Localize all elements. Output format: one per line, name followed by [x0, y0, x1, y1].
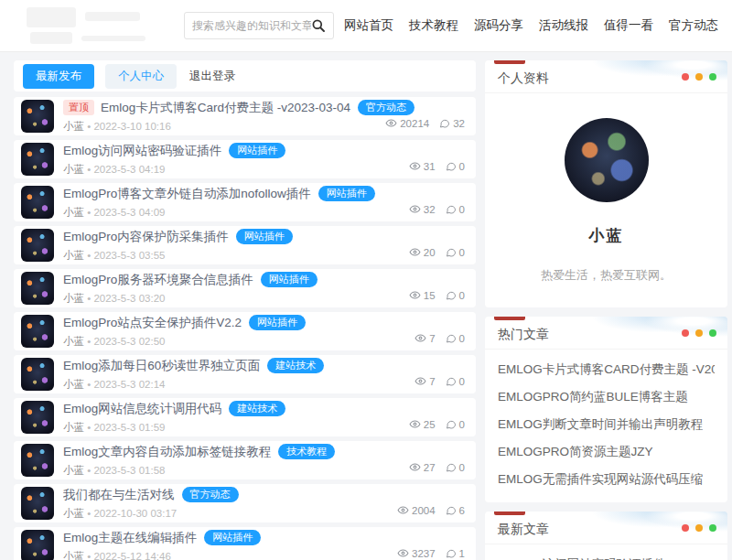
- profile-card-header: 个人资料: [485, 60, 727, 93]
- article-title[interactable]: EmlogPro站点安全保护插件V2.2: [63, 315, 242, 331]
- article-author[interactable]: 小蓝: [63, 293, 84, 304]
- comments-count: 6: [446, 505, 465, 516]
- latest-articles-title: 最新文章: [498, 522, 549, 536]
- nav-item[interactable]: 源码分享: [474, 17, 523, 34]
- article-title[interactable]: Emlog添加每日60秒读世界独立页面: [63, 358, 260, 374]
- article-card[interactable]: Emlog主题在线编辑插件 网站插件 小蓝 • 2022-5-12 14:46: [14, 527, 476, 560]
- article-author[interactable]: 小蓝: [63, 379, 84, 390]
- article-author[interactable]: 小蓝: [63, 336, 84, 347]
- hot-article-link[interactable]: EMLOG判断文章时间并输出声明教程: [498, 411, 715, 438]
- article-author[interactable]: 小蓝: [63, 164, 84, 175]
- article-author[interactable]: 小蓝: [63, 121, 84, 132]
- category-badge[interactable]: 网站插件: [229, 143, 285, 158]
- article-counts: 25 0: [409, 418, 465, 430]
- comments-count: 0: [446, 161, 465, 172]
- category-badge[interactable]: 网站插件: [318, 186, 375, 201]
- article-title[interactable]: EmlogPro服务器环境聚合信息插件: [63, 272, 253, 288]
- views-count: 32: [409, 203, 436, 215]
- article-author[interactable]: 小蓝: [63, 422, 84, 433]
- article-card[interactable]: EmlogPro服务器环境聚合信息插件 网站插件 小蓝 • 2023-5-3 0…: [14, 269, 476, 307]
- comments-count: 0: [446, 204, 465, 215]
- hot-article-link[interactable]: EMLOG无需插件实现网站源代码压缩: [498, 466, 715, 493]
- article-card[interactable]: EmlogPro博客文章外链自动添加nofollow插件 网站插件 小蓝 • 2…: [14, 183, 476, 221]
- category-badge[interactable]: 网站插件: [249, 315, 306, 330]
- nav-item[interactable]: 网站首页: [344, 17, 393, 34]
- article-title[interactable]: 我们都在与生活对线: [63, 487, 175, 503]
- tab-profile[interactable]: 个人中心: [105, 64, 177, 89]
- article-title[interactable]: Emlog访问网站密码验证插件: [63, 143, 221, 159]
- article-counts: 7 0: [414, 332, 465, 344]
- article-author[interactable]: 小蓝: [63, 465, 84, 476]
- article-meta: 小蓝 • 2023-5-3 04:19: [63, 163, 465, 177]
- eye-icon: [397, 547, 409, 559]
- nav-item[interactable]: 官方动态: [669, 17, 718, 34]
- article-title[interactable]: EmlogPro博客文章外链自动添加nofollow插件: [63, 186, 311, 202]
- article-date: 2022-5-12 14:46: [93, 551, 170, 560]
- category-badge[interactable]: 网站插件: [236, 229, 293, 244]
- search-icon[interactable]: [311, 18, 326, 33]
- category-badge[interactable]: 技术教程: [278, 444, 335, 459]
- article-title-row: 置顶 Emlog卡片式博客Card付费主题 -v2023-03-04 官方动态: [63, 100, 465, 116]
- top-header: 网站首页技术教程源码分享活动线报值得一看官方动态: [0, 0, 732, 52]
- category-badge[interactable]: 官方动态: [358, 100, 414, 115]
- article-title[interactable]: Emlog文章内容自动添加标签链接教程: [63, 444, 271, 460]
- article-author[interactable]: 小蓝: [63, 508, 84, 519]
- article-thumbnail: [21, 444, 54, 477]
- meta-separator: •: [87, 422, 91, 433]
- nav-item[interactable]: 技术教程: [409, 17, 458, 34]
- red-dot: [682, 329, 689, 337]
- article-title[interactable]: Emlog网站信息统计调用代码: [63, 401, 221, 417]
- article-counts: 32 0: [409, 203, 465, 215]
- category-badge[interactable]: 网站插件: [204, 530, 261, 545]
- article-thumbnail: [21, 530, 54, 560]
- comment-icon: [446, 505, 457, 516]
- profile-bio: 热爱生活，热爱互联网。: [494, 267, 718, 284]
- meta-separator: •: [87, 336, 91, 347]
- yellow-dot: [695, 524, 703, 532]
- article-card[interactable]: 我们都在与生活对线 官方动态 小蓝 • 2022-10-30 03:17: [14, 484, 476, 522]
- category-badge[interactable]: 官方动态: [182, 487, 239, 502]
- article-card[interactable]: Emlog添加每日60秒读世界独立页面 建站技术 小蓝 • 2023-5-3 0…: [14, 355, 476, 393]
- article-title-row: 我们都在与生活对线 官方动态: [63, 487, 465, 503]
- category-badge[interactable]: 建站技术: [229, 401, 285, 416]
- article-author[interactable]: 小蓝: [63, 551, 84, 560]
- hot-article-link[interactable]: EMLOG卡片式博客CARD付费主题 -V2023-0...: [498, 356, 715, 383]
- article-thumbnail: [21, 186, 54, 219]
- eye-icon: [397, 504, 409, 516]
- green-dot: [709, 329, 716, 337]
- article-card[interactable]: Emlog网站信息统计调用代码 建站技术 小蓝 • 2023-5-3 01:59: [14, 398, 476, 436]
- site-logo[interactable]: [14, 5, 151, 47]
- article-card[interactable]: Emlog访问网站密码验证插件 网站插件 小蓝 • 2023-5-3 04:19: [14, 140, 476, 178]
- article-meta: 小蓝 • 2023-5-3 04:09: [63, 206, 465, 220]
- nav-item[interactable]: 值得一看: [604, 17, 653, 34]
- search-input[interactable]: [192, 19, 311, 32]
- article-title-row: EmlogPro内容保护防采集插件 网站插件: [63, 229, 465, 245]
- category-badge[interactable]: 建站技术: [267, 358, 324, 373]
- search-box: [184, 12, 334, 39]
- article-title-row: EmlogPro博客文章外链自动添加nofollow插件 网站插件: [63, 186, 465, 202]
- avatar[interactable]: [565, 118, 649, 202]
- meta-separator: •: [87, 250, 91, 261]
- category-badge[interactable]: 网站插件: [261, 272, 318, 287]
- article-card[interactable]: EmlogPro站点安全保护插件V2.2 网站插件 小蓝 • 2023-5-3 …: [14, 312, 476, 350]
- nav-item[interactable]: 活动线报: [539, 17, 588, 34]
- comment-icon: [446, 548, 457, 559]
- comments-count: 0: [446, 462, 465, 473]
- article-card[interactable]: EmlogPro内容保护防采集插件 网站插件 小蓝 • 2023-5-3 03:…: [14, 226, 476, 264]
- article-author[interactable]: 小蓝: [63, 207, 84, 218]
- article-title[interactable]: Emlog主题在线编辑插件: [63, 530, 197, 546]
- views-count: 25: [409, 418, 436, 430]
- hot-article-link[interactable]: EMLOGPRO简约蓝BULE博客主题: [498, 383, 715, 411]
- red-dash-decoration: [494, 317, 525, 320]
- tab-latest[interactable]: 最新发布: [23, 64, 94, 89]
- article-card[interactable]: Emlog文章内容自动添加标签链接教程 技术教程 小蓝 • 2023-5-3 0…: [14, 441, 476, 479]
- article-title[interactable]: EmlogPro内容保护防采集插件: [63, 229, 229, 245]
- article-author[interactable]: 小蓝: [63, 250, 84, 261]
- article-card[interactable]: 置顶 Emlog卡片式博客Card付费主题 -v2023-03-04 官方动态 …: [14, 97, 476, 135]
- article-meta: 小蓝 • 2023-5-3 02:50: [63, 335, 465, 349]
- article-title[interactable]: Emlog卡片式博客Card付费主题 -v2023-03-04: [101, 100, 350, 116]
- hot-article-link[interactable]: EMLOGPRO简资源主题JZY: [498, 438, 715, 466]
- latest-article-link[interactable]: EMLOG访问网站密码验证插件: [498, 551, 715, 560]
- logout-button[interactable]: 退出登录: [188, 64, 237, 89]
- profile-body: 小蓝 热爱生活，热爱互联网。: [485, 93, 727, 307]
